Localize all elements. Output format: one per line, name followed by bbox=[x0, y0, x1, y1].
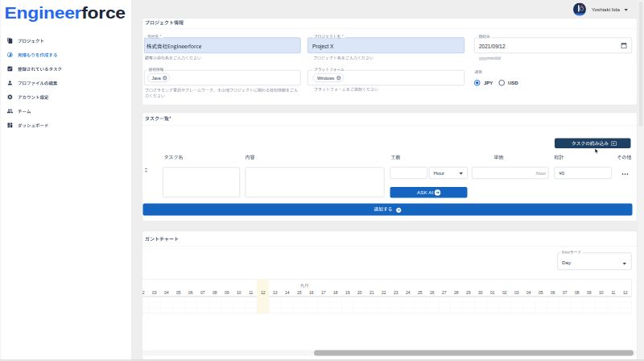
svg-text:Yoshiaki Iida: Yoshiaki Iida bbox=[592, 6, 620, 12]
svg-text:Project X: Project X bbox=[312, 44, 334, 50]
svg-text:05: 05 bbox=[176, 290, 181, 295]
svg-text:ASK AI: ASK AI bbox=[417, 190, 434, 195]
svg-text:08: 08 bbox=[575, 290, 580, 295]
svg-text:¥0: ¥0 bbox=[559, 171, 564, 176]
svg-text:11: 11 bbox=[611, 290, 615, 295]
svg-text:08: 08 bbox=[213, 290, 217, 295]
svg-text:10: 10 bbox=[237, 290, 242, 295]
svg-text:03: 03 bbox=[514, 290, 519, 295]
svg-text:06: 06 bbox=[551, 290, 555, 295]
svg-text:22: 22 bbox=[382, 290, 386, 295]
svg-text:yyyy/mm/dd: yyyy/mm/dd bbox=[479, 56, 501, 60]
svg-text:04: 04 bbox=[164, 290, 169, 295]
svg-text:09: 09 bbox=[587, 290, 592, 295]
svg-text:Windows: Windows bbox=[317, 75, 335, 80]
svg-text:23: 23 bbox=[394, 290, 398, 295]
svg-text:11: 11 bbox=[249, 290, 253, 295]
svg-text:16: 16 bbox=[309, 290, 314, 295]
svg-text:03: 03 bbox=[152, 290, 157, 295]
svg-text:05: 05 bbox=[539, 290, 543, 295]
svg-text:02: 02 bbox=[142, 290, 145, 295]
svg-text:Day: Day bbox=[562, 259, 572, 265]
svg-text:28: 28 bbox=[454, 290, 459, 295]
svg-text:12: 12 bbox=[623, 290, 628, 295]
svg-text:20: 20 bbox=[357, 290, 362, 295]
svg-text:17: 17 bbox=[321, 290, 326, 295]
svg-text:02: 02 bbox=[502, 290, 507, 295]
svg-text:24: 24 bbox=[406, 290, 411, 295]
svg-text:USD: USD bbox=[508, 81, 518, 85]
svg-text:30: 30 bbox=[478, 290, 483, 295]
svg-text:25: 25 bbox=[418, 290, 423, 295]
svg-text:29: 29 bbox=[466, 290, 471, 295]
svg-text:Hour: Hour bbox=[434, 170, 445, 176]
svg-text:/hour: /hour bbox=[535, 171, 546, 176]
svg-text:21: 21 bbox=[369, 290, 374, 295]
svg-text:13: 13 bbox=[273, 290, 278, 295]
svg-text:09: 09 bbox=[225, 290, 229, 295]
svg-text:JPY: JPY bbox=[484, 81, 493, 85]
svg-text:14: 14 bbox=[285, 290, 290, 295]
svg-text:15: 15 bbox=[297, 290, 302, 295]
svg-text:10: 10 bbox=[599, 290, 604, 295]
svg-text:27: 27 bbox=[442, 290, 447, 295]
svg-text:Java: Java bbox=[152, 75, 161, 80]
svg-text:Engineerforce: Engineerforce bbox=[5, 2, 126, 22]
svg-text:04: 04 bbox=[526, 290, 531, 295]
svg-text:07: 07 bbox=[200, 290, 205, 295]
svg-text:06: 06 bbox=[188, 290, 193, 295]
svg-text:19: 19 bbox=[345, 290, 350, 295]
svg-text:07: 07 bbox=[563, 290, 568, 295]
svg-text:12: 12 bbox=[261, 290, 266, 295]
svg-text:26: 26 bbox=[430, 290, 435, 295]
svg-text:01: 01 bbox=[490, 290, 495, 295]
svg-text:18: 18 bbox=[333, 290, 338, 295]
